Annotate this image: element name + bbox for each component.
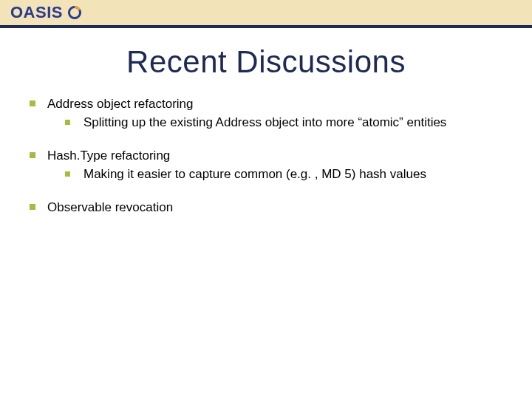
bullet-level1: Address object refactoring	[30, 96, 502, 113]
brand-logo-text: OASIS	[10, 3, 63, 22]
bullet-text: Splitting up the existing Address object…	[83, 115, 502, 132]
square-bullet-icon	[30, 100, 35, 106]
bullet-level2: Splitting up the existing Address object…	[65, 115, 502, 132]
bullet-level1: Observable revocation	[30, 200, 502, 216]
square-bullet-icon	[65, 120, 70, 125]
square-bullet-icon	[30, 152, 35, 158]
square-bullet-icon	[65, 171, 70, 177]
bullet-level2: Making it easier to capture common (e.g.…	[65, 166, 502, 183]
bullet-text: Observable revocation	[47, 200, 502, 216]
bullet-group: Hash.Type refactoring Making it easier t…	[30, 148, 502, 183]
bullet-text: Hash.Type refactoring	[47, 148, 502, 165]
brand-logo: OASIS	[10, 3, 83, 22]
slide-content: Address object refactoring Splitting up …	[30, 96, 502, 233]
bullet-text: Making it easier to capture common (e.g.…	[83, 166, 502, 183]
slide-title: Recent Discussions	[0, 44, 532, 80]
slide: OASIS Recent Discussions Address object …	[0, 0, 532, 399]
header-accent	[0, 25, 532, 28]
oasis-swirl-icon	[66, 4, 83, 21]
square-bullet-icon	[30, 204, 35, 210]
bullet-group: Address object refactoring Splitting up …	[30, 96, 502, 132]
bullet-text: Address object refactoring	[47, 96, 502, 113]
bullet-level1: Hash.Type refactoring	[30, 148, 502, 165]
bullet-group: Observable revocation	[30, 200, 502, 216]
